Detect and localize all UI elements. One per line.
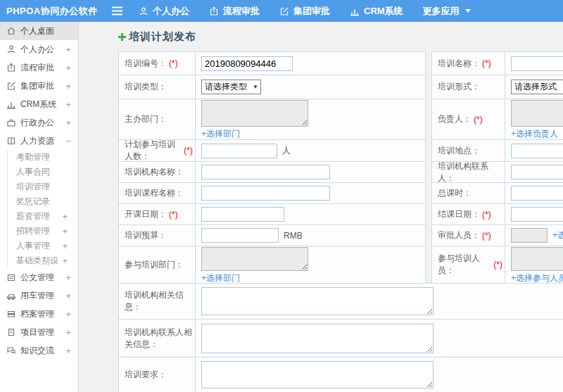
field-label: 总课时： xyxy=(438,187,472,199)
location-input[interactable] xyxy=(511,144,563,158)
training-mode-select[interactable]: 请选择形式▼ xyxy=(511,80,563,94)
field-label: 培训形式： xyxy=(438,81,480,93)
required-marker: (*) xyxy=(184,146,193,156)
expand-plus-icon: + xyxy=(62,226,71,236)
expand-plus-icon: + xyxy=(62,255,71,266)
form-row: 培训课程名称： xyxy=(119,183,425,204)
end-date-input[interactable] xyxy=(511,207,563,222)
org-contact-input[interactable] xyxy=(511,165,563,179)
flow-export-icon xyxy=(6,63,16,72)
field-label: 培训名称： xyxy=(438,58,480,70)
field-label: 培训要求： xyxy=(125,369,167,381)
field-label: 培训地点： xyxy=(438,145,480,157)
planned-count-input[interactable] xyxy=(201,144,277,158)
top-bar: PHPOA协同办公软件 个人办公 流程审批 集团审批 CRM系统 更多应用 xyxy=(0,0,563,22)
sidebar-item-vehicle[interactable]: 用车管理 + xyxy=(0,286,78,305)
expand-plus-icon: + xyxy=(62,211,71,222)
sidebar-item-archive[interactable]: 档案管理 + xyxy=(0,305,78,323)
sidebar-item-hr[interactable]: 人力资源 − xyxy=(0,132,78,150)
form-row: 培训机构相关信息： xyxy=(119,284,563,320)
sidebar-item-knowledge[interactable]: 知识交流 + xyxy=(0,341,78,360)
training-type-select[interactable]: 请选择类型▼ xyxy=(201,80,261,94)
topnav-crm[interactable]: CRM系统 xyxy=(350,5,403,18)
select-join-people-link[interactable]: +选择参与人员 xyxy=(511,272,563,284)
sidebar-item-personal-office[interactable]: 个人办公 + xyxy=(0,40,78,58)
expand-plus-icon: + xyxy=(65,272,71,283)
expand-plus-icon: + xyxy=(65,99,71,110)
required-marker: (*) xyxy=(482,58,491,68)
org-name-input[interactable] xyxy=(201,165,330,179)
book-icon xyxy=(6,136,16,146)
form-row: 开课日期：(*) xyxy=(119,204,425,225)
field-label: 审批人员： xyxy=(438,229,480,241)
sidebar-item-attendance[interactable]: 考勤管理 xyxy=(8,150,78,165)
topnav-more-apps[interactable]: 更多应用 xyxy=(423,5,471,18)
training-no-input[interactable] xyxy=(201,56,293,71)
training-name-input[interactable] xyxy=(511,56,563,71)
sidebar-item-salary[interactable]: 薪资管理+ xyxy=(8,209,78,224)
select-approver-link[interactable]: +选择审批人员 xyxy=(552,229,563,241)
menu-icon[interactable] xyxy=(111,6,123,15)
form-table-bottom: 培训机构相关信息： 培训机构联系人相关信息： 培训要求： 附件资料： +附件上传 xyxy=(118,283,563,392)
field-label: 主办部门： xyxy=(125,113,167,125)
expand-plus-icon: + xyxy=(65,81,71,91)
form-row: 培训要求： xyxy=(119,358,563,392)
sidebar-item-project[interactable]: 项目管理 + xyxy=(0,323,78,341)
required-marker: (*) xyxy=(493,260,502,270)
approver-box[interactable] xyxy=(511,228,548,243)
leader-textarea[interactable] xyxy=(511,100,563,127)
field-label: 培训编号： xyxy=(125,58,167,70)
select-dept-link[interactable]: +选择部门 xyxy=(201,272,240,284)
select-dept-link[interactable]: +选择部门 xyxy=(201,128,240,140)
sidebar-item-personal-desktop[interactable]: 个人桌面 xyxy=(0,22,78,40)
expand-plus-icon: + xyxy=(65,63,71,73)
form-row: 培训机构联系人相关信息： xyxy=(119,320,563,358)
page-title: 培训计划发布 xyxy=(129,30,196,44)
join-depts-textarea[interactable] xyxy=(201,247,308,271)
topnav-group-approval[interactable]: 集团审批 xyxy=(279,5,330,18)
sidebar-item-personnel[interactable]: 人事管理+ xyxy=(8,239,78,253)
course-name-input[interactable] xyxy=(201,186,330,201)
sidebar-item-training-mgmt[interactable]: 培训管理 xyxy=(8,179,78,194)
flow-export-icon xyxy=(209,6,219,16)
topnav-personal-office[interactable]: 个人办公 xyxy=(139,5,189,18)
form-table-right: 培训名称：(*) 培训形式： 请选择形式▼ 负责人：(*) +选择负责人 xyxy=(431,51,563,284)
org-contact-info-textarea[interactable] xyxy=(201,324,434,353)
expand-plus-icon: + xyxy=(65,291,71,301)
field-label: 计划参与培训人数： xyxy=(125,139,182,163)
sidebar-item-hr-contract[interactable]: 人事合同 xyxy=(8,165,78,179)
form-row: 培训机构联系人： xyxy=(432,162,563,183)
org-info-textarea[interactable] xyxy=(201,287,434,315)
total-hours-input[interactable] xyxy=(511,186,563,201)
sidebar-item-reward-punish[interactable]: 奖惩记录 xyxy=(8,194,78,209)
caret-down-icon: ▼ xyxy=(253,84,258,90)
form-row: 负责人：(*) +选择负责人 xyxy=(432,99,563,140)
bar-chart-icon xyxy=(350,6,360,16)
field-label: 培训机构联系人相关信息： xyxy=(125,327,193,350)
required-marker: (*) xyxy=(482,231,491,241)
host-dept-textarea[interactable] xyxy=(201,100,308,127)
sidebar-item-recruit[interactable]: 招聘管理+ xyxy=(8,224,78,239)
top-nav: 个人办公 流程审批 集团审批 CRM系统 更多应用 xyxy=(139,5,471,18)
budget-input[interactable] xyxy=(201,228,279,243)
archive-icon xyxy=(6,309,16,319)
sidebar-item-crm[interactable]: CRM系统 + xyxy=(0,95,78,113)
field-label: 结课日期： xyxy=(438,208,480,220)
unit-suffix: RMB xyxy=(284,231,303,241)
app-logo: PHPOA协同办公软件 xyxy=(0,5,104,18)
topnav-workflow-approval[interactable]: 流程审批 xyxy=(209,5,260,18)
join-people-textarea[interactable] xyxy=(511,247,563,271)
notebook-icon xyxy=(6,327,16,337)
requirements-textarea[interactable] xyxy=(201,361,434,388)
required-marker: (*) xyxy=(169,210,178,220)
edit-square-icon xyxy=(6,81,16,91)
sidebar-item-workflow-approval[interactable]: 流程审批 + xyxy=(0,58,78,77)
sidebar-item-group-approval[interactable]: 集团审批 + xyxy=(0,77,78,95)
form-row: 主办部门： +选择部门 xyxy=(119,99,425,140)
select-leader-link[interactable]: +选择负责人 xyxy=(511,128,558,140)
sidebar-item-official-doc[interactable]: 公文管理 + xyxy=(0,268,78,286)
sidebar-item-base-category[interactable]: 基础类别设置+ xyxy=(8,253,78,268)
sidebar-item-admin-office[interactable]: 行政办公 + xyxy=(0,113,78,132)
required-marker: (*) xyxy=(482,210,491,220)
start-date-input[interactable] xyxy=(201,207,284,222)
